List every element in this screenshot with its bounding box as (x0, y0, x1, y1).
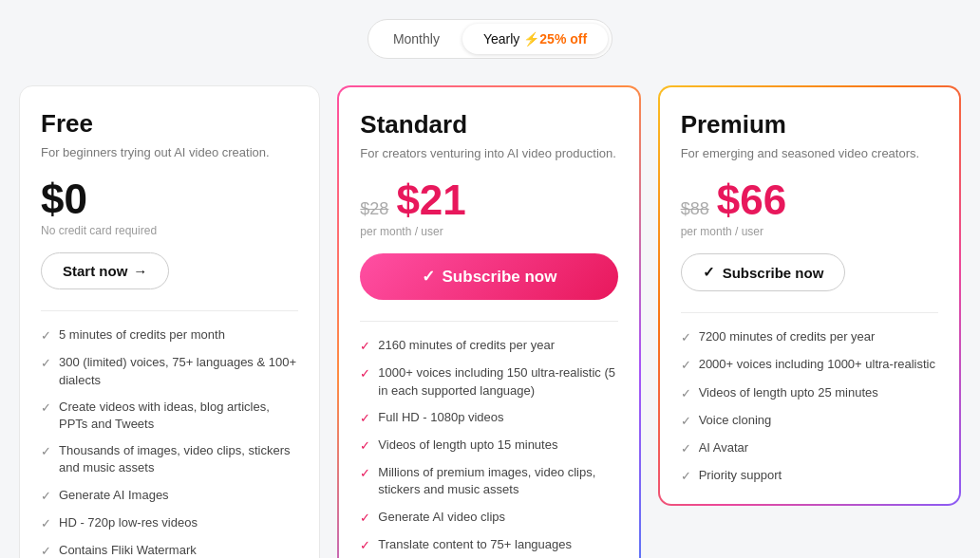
check-icon: ✓ (360, 537, 370, 554)
free-cta-button[interactable]: Start now → (41, 252, 169, 289)
free-cta-label: Start now (63, 263, 127, 279)
yearly-label: Yearly (483, 31, 519, 46)
premium-plan-name: Premium (681, 110, 938, 140)
yearly-toggle-btn[interactable]: Yearly ⚡25% off (462, 24, 608, 54)
standard-price-row: $28 $21 (360, 179, 617, 221)
billing-toggle: Monthly Yearly ⚡25% off (368, 19, 612, 59)
monthly-toggle-btn[interactable]: Monthly (372, 24, 461, 54)
list-item: ✓300 (limited) voices, 75+ languages & 1… (41, 354, 298, 388)
list-item: ✓Millions of premium images, video clips… (360, 464, 617, 498)
check-icon: ✓ (360, 465, 370, 482)
check-icon: ✓ (41, 400, 51, 417)
standard-features-list: ✓2160 minutes of credits per year ✓1000+… (360, 337, 617, 558)
free-cta-arrow: → (133, 263, 147, 279)
check-icon: ✓ (681, 329, 691, 346)
premium-plan-card: Premium For emerging and seasoned video … (658, 85, 961, 506)
list-item: ✓AI Avatar (681, 439, 938, 457)
list-item: ✓Full HD - 1080p videos (360, 409, 617, 427)
standard-plan-desc: For creators venturing into AI video pro… (360, 145, 617, 162)
check-icon: ✓ (360, 437, 370, 455)
free-plan-card: Free For beginners trying out AI video c… (19, 85, 320, 558)
list-item: ✓1000+ voices including 150 ultra-realis… (360, 364, 617, 399)
check-icon: ✓ (41, 355, 51, 372)
list-item: ✓Generate AI video clips (360, 509, 617, 527)
list-item: ✓2160 minutes of credits per year (360, 337, 617, 355)
list-item: ✓Create videos with ideas, blog articles… (41, 399, 298, 433)
list-item: ✓7200 minutes of credits per year (681, 328, 938, 346)
premium-cta-label: Subscribe now (723, 265, 824, 281)
list-item: ✓Generate AI Images (41, 487, 298, 505)
list-item: ✓5 minutes of credits per month (41, 326, 298, 344)
list-item: ✓Thousands of images, video clips, stick… (41, 442, 298, 476)
check-icon: ✓ (41, 443, 51, 460)
free-plan-name: Free (41, 109, 298, 139)
premium-price-original: $88 (681, 199, 709, 219)
check-icon: ✓ (41, 488, 51, 505)
check-icon: ✓ (681, 385, 691, 402)
checkmark-icon: ✓ (703, 264, 715, 281)
check-icon: ✓ (41, 543, 51, 558)
free-divider (41, 310, 298, 311)
list-item: ✓HD - 720p low-res videos (41, 514, 298, 532)
free-price-row: $0 (41, 178, 298, 220)
check-icon: ✓ (360, 510, 370, 527)
pricing-cards: Free For beginners trying out AI video c… (19, 85, 961, 558)
check-icon: ✓ (41, 327, 51, 344)
premium-features-list: ✓7200 minutes of credits per year ✓2000+… (681, 328, 938, 485)
list-item: ✓Contains Fliki Watermark (41, 542, 298, 558)
checkmark-icon: ✓ (422, 267, 435, 287)
check-icon: ✓ (360, 338, 370, 355)
list-item: ✓Videos of length upto 15 minutes (360, 437, 617, 455)
free-plan-desc: For beginners trying out AI video creati… (41, 144, 298, 161)
standard-price-current: $21 (396, 179, 465, 221)
standard-divider (360, 321, 617, 322)
premium-plan-desc: For emerging and seasoned video creators… (681, 145, 938, 162)
check-icon: ✓ (681, 468, 691, 485)
check-icon: ✓ (41, 515, 51, 532)
standard-price-original: $28 (360, 199, 388, 219)
free-no-cc: No credit card required (41, 224, 298, 237)
standard-plan-name: Standard (360, 110, 617, 140)
list-item: ✓Voice cloning (681, 412, 938, 430)
check-icon: ✓ (681, 440, 691, 457)
premium-price-period: per month / user (681, 225, 938, 238)
premium-price-current: $66 (717, 179, 786, 221)
standard-cta-button[interactable]: ✓ Subscribe now (360, 253, 617, 300)
check-icon: ✓ (681, 413, 691, 430)
standard-price-period: per month / user (360, 225, 617, 238)
list-item: ✓Videos of length upto 25 minutes (681, 384, 938, 402)
check-icon: ✓ (681, 357, 691, 374)
free-price: $0 (41, 178, 87, 220)
yearly-badge: ⚡25% off (523, 31, 587, 46)
standard-plan-card: Standard For creators venturing into AI … (337, 85, 640, 558)
premium-price-row: $88 $66 (681, 179, 938, 221)
list-item: ✓Translate content to 75+ languages (360, 536, 617, 554)
free-features-list: ✓5 minutes of credits per month ✓300 (li… (41, 326, 298, 558)
list-item: ✓2000+ voices including 1000+ ultra-real… (681, 356, 938, 374)
standard-cta-label: Subscribe now (443, 268, 557, 287)
list-item: ✓Priority support (681, 467, 938, 485)
premium-cta-button[interactable]: ✓ Subscribe now (681, 253, 846, 291)
premium-divider (681, 312, 938, 313)
check-icon: ✓ (360, 410, 370, 427)
check-icon: ✓ (360, 365, 370, 382)
